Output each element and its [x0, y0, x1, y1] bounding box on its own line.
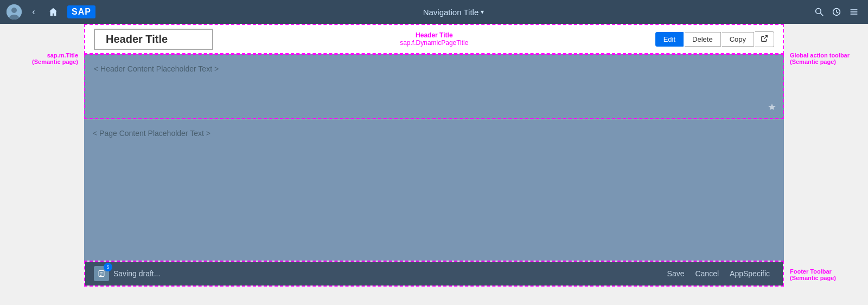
svg-point-3 [816, 9, 821, 14]
draft-badge: 5 [104, 263, 112, 271]
menu-button[interactable] [846, 4, 861, 20]
app-specific-button[interactable]: AppSpecific [725, 269, 774, 278]
header-title: Header Title [94, 29, 213, 50]
annotation-sap-title: sap.m.Title (Semantic page) [0, 52, 81, 65]
avatar [7, 4, 22, 20]
delete-button[interactable]: Delete [685, 32, 721, 47]
svg-rect-8 [851, 14, 858, 15]
shell-bar-title: Navigation Title ▾ [100, 8, 807, 17]
share-button[interactable] [755, 31, 774, 47]
svg-line-9 [764, 35, 767, 38]
edit-button[interactable]: Edit [655, 32, 684, 47]
svg-rect-6 [851, 9, 858, 10]
pin-icon[interactable] [768, 103, 776, 114]
home-button[interactable] [46, 4, 61, 20]
svg-rect-7 [851, 11, 858, 12]
footer-wrapper: 5 Saving draft... Save Cancel AppSpecifi… [84, 261, 784, 287]
cancel-button[interactable]: Cancel [691, 269, 723, 278]
header-center-label: Header Title sap.f.DynamicPageTitle [213, 31, 655, 47]
search-button[interactable] [812, 4, 827, 20]
svg-line-4 [820, 13, 823, 16]
global-action-toolbar: Edit Delete Copy [655, 31, 774, 47]
draft-icon: 5 [94, 266, 109, 281]
svg-point-1 [11, 8, 17, 13]
semantic-header: Header Title Header Title sap.f.DynamicP… [84, 24, 784, 54]
page-content-area: < Page Content Placeholder Text > [84, 120, 784, 261]
header-content-placeholder: < Header Content Placeholder Text > [94, 64, 219, 73]
sap-logo: SAP [67, 5, 95, 18]
back-button[interactable]: ‹ [26, 4, 41, 20]
copy-button[interactable]: Copy [722, 32, 754, 47]
outer-page: ‹ SAP Navigation Title ▾ [0, 0, 868, 287]
page-wrapper: Header Title Header Title sap.f.DynamicP… [84, 24, 784, 261]
saving-text: Saving draft... [113, 269, 160, 278]
shell-bar: ‹ SAP Navigation Title ▾ [0, 0, 868, 24]
shell-bar-right [812, 4, 861, 20]
page-content-placeholder: < Page Content Placeholder Text > [93, 129, 210, 138]
annotation-global-action: Global action toolbar (Semantic page) [787, 52, 868, 65]
footer-toolbar: 5 Saving draft... Save Cancel AppSpecifi… [85, 262, 783, 285]
annotation-footer: Footer Toolbar (Semantic page) [787, 268, 868, 281]
header-content-area: < Header Content Placeholder Text > [84, 54, 784, 119]
save-button[interactable]: Save [663, 269, 689, 278]
clock-button[interactable] [829, 4, 844, 20]
footer-right-buttons: Save Cancel AppSpecific [663, 269, 774, 278]
